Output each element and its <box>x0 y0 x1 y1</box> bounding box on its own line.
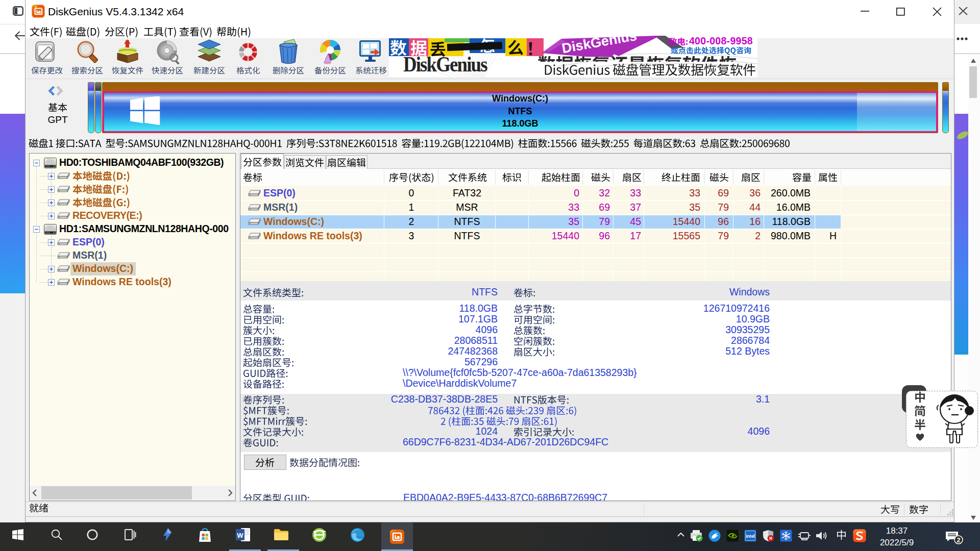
svg-text:intel: intel <box>746 534 754 539</box>
svg-text:W: W <box>237 532 243 539</box>
svg-text:2: 2 <box>957 537 961 544</box>
